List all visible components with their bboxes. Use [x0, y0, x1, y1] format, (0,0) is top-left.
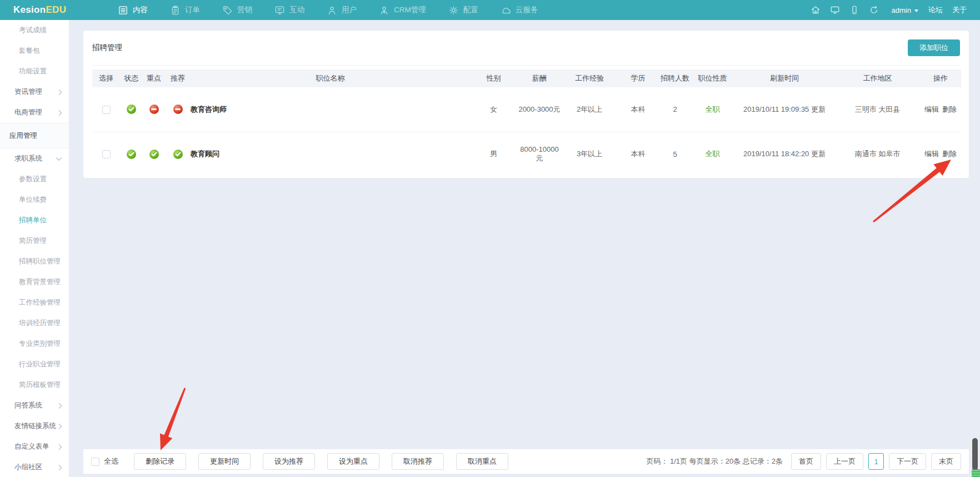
status-check-icon[interactable] — [127, 105, 136, 114]
sidebar-item-应用管理[interactable]: 应用管理 — [0, 123, 69, 148]
operations-cell: 编辑删除 — [920, 87, 961, 132]
sidebar-item-自定义表单[interactable]: 自定义表单 — [0, 436, 69, 457]
edit-link[interactable]: 编辑 — [924, 150, 939, 158]
status-minus-icon[interactable] — [173, 105, 183, 114]
set-recommend-button[interactable]: 设为推荐 — [263, 453, 315, 470]
sidebar-item-招聘单位[interactable]: 招聘单位 — [0, 210, 69, 231]
cancel-important-button[interactable]: 取消重点 — [456, 453, 508, 470]
sidebar-item-label: 培训经历管理 — [19, 319, 61, 328]
sidebar-item-套餐包[interactable]: 套餐包 — [0, 41, 69, 61]
add-position-button[interactable]: 添加职位 — [908, 39, 960, 56]
nav-item-互动[interactable]: 互动 — [274, 0, 304, 20]
job-nature-link[interactable]: 全职 — [706, 150, 720, 158]
delete-link[interactable]: 删除 — [942, 105, 957, 113]
sidebar-item-工作经验管理[interactable]: 工作经验管理 — [0, 292, 69, 313]
status-minus-icon[interactable] — [149, 105, 159, 114]
column-header-重点: 重点 — [143, 69, 165, 87]
chat-monitor-icon — [274, 5, 285, 16]
row-checkbox[interactable] — [102, 106, 111, 114]
next-page-button[interactable]: 下一页 — [889, 453, 926, 470]
job-nature-link[interactable]: 全职 — [706, 105, 720, 113]
sidebar-item-考试成绩[interactable]: 考试成绩 — [0, 20, 69, 41]
sidebar-item-单位续费[interactable]: 单位续费 — [0, 190, 69, 210]
sidebar-item-label: 小组社区 — [14, 463, 42, 472]
sidebar-item-功能设置[interactable]: 功能设置 — [0, 61, 69, 82]
update-time-button[interactable]: 更新时间 — [198, 453, 251, 470]
refresh-time-cell: 2019/10/11 18:42:20 更新 — [734, 132, 835, 176]
refresh-icon[interactable] — [869, 5, 879, 15]
cloud-icon — [501, 5, 511, 16]
navbar-links: 论坛关于 — [928, 5, 967, 15]
operations-cell: 编辑删除 — [920, 132, 961, 176]
column-header-选择: 选择 — [92, 69, 120, 87]
home-icon[interactable] — [811, 5, 821, 15]
nav-item-内容[interactable]: 内容 — [118, 0, 148, 20]
education-cell: 本科 — [617, 87, 659, 132]
page-number-button[interactable]: 1 — [868, 453, 884, 470]
sidebar-item-label: 参数设置 — [19, 175, 47, 184]
about-link[interactable]: 关于 — [952, 5, 967, 15]
status-check-icon[interactable] — [149, 150, 159, 159]
sidebar-item-培训经历管理[interactable]: 培训经历管理 — [0, 313, 69, 334]
sidebar-item-电商管理[interactable]: 电商管理 — [0, 102, 69, 123]
first-page-button[interactable]: 首页 — [791, 453, 821, 470]
sidebar-item-招聘职位管理[interactable]: 招聘职位管理 — [0, 251, 69, 272]
position-name: 教育咨询师 — [191, 87, 470, 132]
gender-cell: 女 — [470, 87, 517, 132]
delete-records-button[interactable]: 删除记录 — [134, 453, 186, 470]
desktop-icon[interactable] — [830, 5, 840, 15]
admin-menu[interactable]: admin — [892, 6, 919, 14]
nav-item-label: 用户 — [342, 5, 357, 15]
column-header-工作经验: 工作经验 — [562, 69, 617, 87]
app-logo[interactable]: KesionEDU — [0, 4, 83, 16]
delete-link[interactable]: 删除 — [942, 150, 957, 158]
important-cell — [143, 87, 165, 132]
sidebar-item-简历管理[interactable]: 简历管理 — [0, 231, 69, 251]
sidebar-item-教育背景管理[interactable]: 教育背景管理 — [0, 272, 69, 292]
row-checkbox[interactable] — [102, 150, 111, 158]
mobile-icon[interactable] — [849, 5, 859, 15]
set-important-button[interactable]: 设为重点 — [327, 453, 379, 470]
edit-link[interactable]: 编辑 — [924, 105, 939, 113]
sidebar-item-label: 单位续费 — [19, 195, 47, 205]
forum-link[interactable]: 论坛 — [928, 5, 943, 15]
sidebar: 考试成绩套餐包功能设置资讯管理电商管理应用管理求职系统参数设置单位续费招聘单位简… — [0, 20, 69, 477]
sidebar-item-行业职业管理[interactable]: 行业职业管理 — [0, 354, 69, 375]
prev-page-button[interactable]: 上一页 — [826, 453, 863, 470]
column-header-薪酬: 薪酬 — [517, 69, 562, 87]
sidebar-item-专业类别管理[interactable]: 专业类别管理 — [0, 334, 69, 354]
sidebar-item-友情链接系统[interactable]: 友情链接系统 — [0, 416, 69, 436]
pagination-info: 页码： 1/1页 每页显示：20条 总记录：2条 — [646, 456, 783, 466]
work-area-cell: 三明市 大田县 — [835, 87, 920, 132]
sidebar-item-求职系统[interactable]: 求职系统 — [0, 148, 69, 169]
vertical-scrollbar-thumb[interactable] — [972, 438, 978, 470]
recruit-management-card: 招聘管理 添加职位 选择状态重点推荐职位名称性别薪酬工作经验学历招聘人数职位性质… — [83, 31, 969, 178]
sidebar-item-问答系统[interactable]: 问答系统 — [0, 395, 69, 416]
gender-cell: 男 — [470, 132, 517, 176]
salary-cell: 2000-3000元 — [517, 87, 562, 132]
select-all-checkbox[interactable] — [91, 458, 99, 466]
nav-item-云服务[interactable]: 云服务 — [501, 0, 538, 20]
status-check-icon[interactable] — [173, 150, 183, 159]
sidebar-item-资讯管理[interactable]: 资讯管理 — [0, 82, 69, 102]
nav-item-营销[interactable]: 营销 — [222, 0, 252, 20]
nav-item-配置[interactable]: 配置 — [448, 0, 478, 20]
sidebar-item-label: 套餐包 — [19, 46, 40, 56]
sidebar-item-参数设置[interactable]: 参数设置 — [0, 169, 69, 190]
status-check-icon[interactable] — [127, 150, 136, 159]
sidebar-item-label: 教育背景管理 — [19, 277, 61, 287]
nav-item-label: 互动 — [289, 5, 304, 15]
sidebar-item-小组社区[interactable]: 小组社区 — [0, 457, 69, 477]
scroll-indicator-badge — [972, 469, 980, 477]
nav-item-CRM管理[interactable]: CRM管理 — [379, 0, 426, 20]
cancel-recommend-button[interactable]: 取消推荐 — [392, 453, 444, 470]
nav-item-用户[interactable]: 用户 — [327, 0, 357, 20]
last-page-button[interactable]: 末页 — [931, 453, 961, 470]
bulk-actions: 全选 删除记录更新时间设为推荐设为重点取消推荐取消重点 — [91, 453, 508, 470]
sidebar-item-label: 行业职业管理 — [19, 360, 61, 369]
column-header-推荐: 推荐 — [165, 69, 191, 87]
table-header-row: 选择状态重点推荐职位名称性别薪酬工作经验学历招聘人数职位性质刷新时间工作地区操作 — [92, 69, 961, 87]
sidebar-item-简历模板管理[interactable]: 简历模板管理 — [0, 375, 69, 395]
nav-item-订单[interactable]: 订单 — [170, 0, 200, 20]
sidebar-item-label: 简历管理 — [19, 236, 47, 246]
